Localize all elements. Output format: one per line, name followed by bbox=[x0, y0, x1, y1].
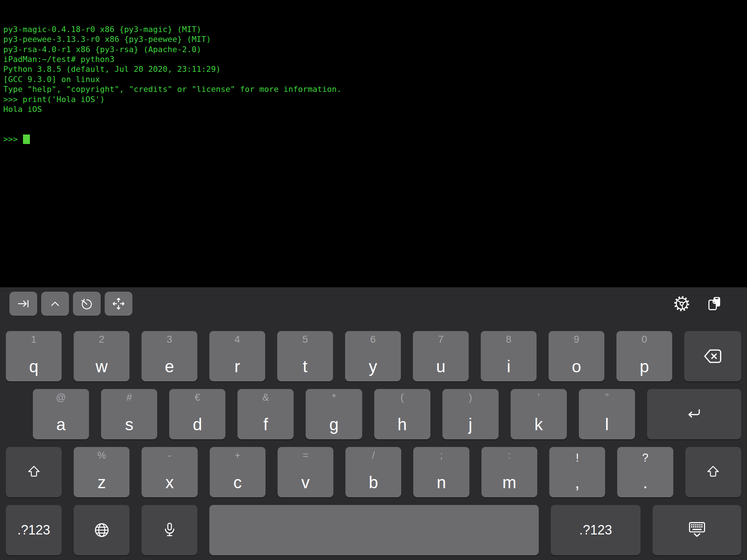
terminal-line: Type "help", "copyright", "credits" or "… bbox=[3, 84, 747, 94]
key-backspace[interactable] bbox=[684, 331, 741, 381]
terminal-screen[interactable]: py3-magic-0.4.18-r0 x86 {py3-magic} (MIT… bbox=[0, 0, 747, 287]
key-hint: 9 bbox=[549, 334, 604, 345]
terminal-line: >>> print('Hola iOS') bbox=[3, 94, 747, 104]
key-hint: 5 bbox=[277, 334, 333, 345]
key-label: g bbox=[306, 416, 362, 433]
key-v[interactable]: =v bbox=[278, 447, 333, 497]
key-space[interactable] bbox=[209, 505, 539, 555]
key-e[interactable]: 3e bbox=[142, 331, 197, 381]
key-w[interactable]: 2w bbox=[74, 331, 129, 381]
keyboard-rows: 1q2w3e4r5t6y7u8i9o0p@a#s€d&f*g(h)j’k”l%z… bbox=[0, 331, 747, 555]
key-label: z bbox=[74, 474, 129, 491]
key-label: , bbox=[549, 474, 605, 491]
key-q[interactable]: 1q bbox=[6, 331, 62, 381]
keyboard-row-1: 1q2w3e4r5t6y7u8i9o0p bbox=[6, 331, 741, 381]
key-label: q bbox=[6, 358, 62, 375]
caret-up-icon bbox=[49, 298, 61, 310]
key-y[interactable]: 6y bbox=[345, 331, 401, 381]
key-hint: : bbox=[481, 450, 537, 461]
key-shift-right[interactable] bbox=[685, 447, 741, 497]
key-hint: ) bbox=[442, 392, 499, 403]
key-c[interactable]: +c bbox=[210, 447, 266, 497]
key-hint: ; bbox=[413, 450, 469, 461]
key-dismiss-keyboard[interactable] bbox=[653, 505, 741, 555]
microphone-icon bbox=[160, 521, 179, 540]
key-hint: 2 bbox=[74, 334, 129, 345]
key-period[interactable]: ?. bbox=[617, 447, 673, 497]
control-key-button[interactable] bbox=[41, 292, 69, 316]
key-a[interactable]: @a bbox=[33, 389, 89, 439]
key-p[interactable]: 0p bbox=[616, 331, 672, 381]
key-label: k bbox=[511, 416, 567, 433]
key-label: s bbox=[101, 416, 157, 433]
key-n[interactable]: ;n bbox=[413, 447, 469, 497]
key-hint: 7 bbox=[413, 334, 469, 345]
key-hint: ( bbox=[374, 392, 430, 403]
terminal-line: iPadMan:~/test# python3 bbox=[3, 54, 747, 64]
key-label: l bbox=[579, 416, 635, 433]
settings-button[interactable] bbox=[673, 295, 690, 312]
terminal-line: py3-rsa-4.0-r1 x86 {py3-rsa} (Apache-2.0… bbox=[3, 44, 747, 54]
terminal-output: py3-magic-0.4.18-r0 x86 {py3-magic} (MIT… bbox=[3, 24, 747, 114]
key-label: u bbox=[413, 358, 469, 375]
key-x[interactable]: -x bbox=[142, 447, 197, 497]
key-hint: @ bbox=[33, 392, 89, 403]
tab-key-button[interactable] bbox=[9, 292, 37, 316]
key-u[interactable]: 7u bbox=[413, 331, 469, 381]
key-hint: / bbox=[345, 450, 401, 461]
rotate-ccw-icon bbox=[80, 296, 94, 311]
key-label: n bbox=[413, 474, 469, 491]
terminal-prompt-line: >>> bbox=[3, 134, 747, 144]
key-hint: % bbox=[74, 450, 129, 461]
key-dictation[interactable] bbox=[142, 505, 197, 555]
key-shift-left[interactable] bbox=[6, 447, 62, 497]
key-label: x bbox=[142, 474, 197, 491]
key-h[interactable]: (h bbox=[374, 389, 430, 439]
key-z[interactable]: %z bbox=[74, 447, 129, 497]
key-f[interactable]: &f bbox=[237, 389, 294, 439]
key-k[interactable]: ’k bbox=[511, 389, 567, 439]
key-hint: € bbox=[169, 392, 225, 403]
key-label: f bbox=[237, 416, 294, 433]
key-label: v bbox=[278, 474, 333, 491]
arrow-keys-button[interactable] bbox=[105, 292, 132, 316]
keyboard-row-3: %z-x+c=v/b;n:m!,?. bbox=[6, 447, 741, 497]
onscreen-keyboard: 1q2w3e4r5t6y7u8i9o0p@a#s€d&f*g(h)j’k”l%z… bbox=[0, 287, 747, 560]
key-s[interactable]: #s bbox=[101, 389, 157, 439]
key-hint: ” bbox=[579, 392, 635, 403]
key-globe[interactable] bbox=[74, 505, 129, 555]
keyboard-row-4: .?123.?123 bbox=[6, 505, 741, 555]
key-label: c bbox=[210, 474, 266, 491]
key-hint: - bbox=[142, 450, 197, 461]
terminal-cursor bbox=[23, 135, 30, 144]
key-comma[interactable]: !, bbox=[549, 447, 605, 497]
terminal-line: Python 3.8.5 (default, Jul 20 2020, 23:1… bbox=[3, 64, 747, 74]
escape-key-button[interactable] bbox=[73, 292, 101, 316]
globe-icon bbox=[92, 521, 111, 540]
key-return[interactable] bbox=[647, 389, 741, 439]
shift-icon bbox=[26, 464, 42, 481]
toolbar-left-group bbox=[9, 292, 136, 316]
key-label: i bbox=[481, 358, 537, 375]
key-t[interactable]: 5t bbox=[277, 331, 333, 381]
key-hint: 4 bbox=[209, 334, 265, 345]
key-r[interactable]: 4r bbox=[209, 331, 265, 381]
key-numbers-left[interactable]: .?123 bbox=[6, 505, 62, 555]
key-l[interactable]: ”l bbox=[579, 389, 635, 439]
key-j[interactable]: )j bbox=[442, 389, 499, 439]
key-d[interactable]: €d bbox=[169, 389, 225, 439]
key-hint: 6 bbox=[345, 334, 401, 345]
key-m[interactable]: :m bbox=[481, 447, 537, 497]
key-label: t bbox=[277, 358, 333, 375]
key-g[interactable]: *g bbox=[306, 389, 362, 439]
key-hint: ’ bbox=[511, 392, 567, 403]
key-hint: 3 bbox=[142, 334, 197, 345]
paste-button[interactable] bbox=[706, 295, 723, 312]
key-label: y bbox=[345, 358, 401, 375]
key-b[interactable]: /b bbox=[345, 447, 401, 497]
key-hint: & bbox=[237, 392, 294, 403]
key-i[interactable]: 8i bbox=[481, 331, 537, 381]
terminal-line: py3-magic-0.4.18-r0 x86 {py3-magic} (MIT… bbox=[3, 24, 747, 34]
key-numbers-right[interactable]: .?123 bbox=[551, 505, 640, 555]
key-o[interactable]: 9o bbox=[549, 331, 604, 381]
